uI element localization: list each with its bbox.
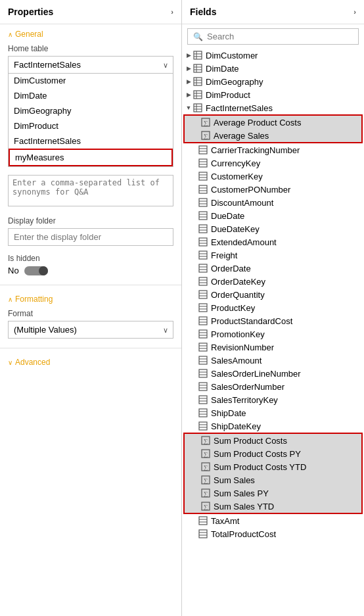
tree-item-dimcustomer[interactable]: ▶ DimCustomer xyxy=(182,49,364,62)
tree-item-sum-sales-ytd[interactable]: ∑ Sum Sales YTD xyxy=(185,500,361,513)
tree-item-sum-product-costs-ytd[interactable]: ∑ Sum Product Costs YTD xyxy=(185,460,361,473)
is-hidden-toggle[interactable] xyxy=(24,266,48,275)
label-sum-product-costs-py: Sum Product Costs PY xyxy=(214,449,301,459)
label-customerponu: CustomerPONumber xyxy=(211,185,290,195)
col-icon-revisionnumber xyxy=(198,342,208,352)
expand-icon-dimcustomer[interactable]: ▶ xyxy=(185,51,193,59)
general-label: General xyxy=(15,30,43,39)
svg-rect-33 xyxy=(199,185,207,193)
tree-item-carriertrackingnumber[interactable]: CarrierTrackingNumber xyxy=(182,143,364,156)
measure-icon-avg-product-costs: ∑ xyxy=(200,117,211,128)
tree-item-discountamount[interactable]: DiscountAmount xyxy=(182,196,364,209)
tree-item-freight[interactable]: Freight xyxy=(182,249,364,262)
label-orderdate: OrderDate xyxy=(211,264,251,273)
tree-item-totalproductcost[interactable]: TotalProductCost xyxy=(182,527,364,540)
fields-title: Fields xyxy=(190,7,216,17)
col-icon-totalproductcost xyxy=(198,529,208,539)
label-salesamount: SalesAmount xyxy=(211,356,262,366)
tree-item-shipdate[interactable]: ShipDate xyxy=(182,406,364,419)
general-chevron-icon: ∧ xyxy=(8,31,12,38)
tree-item-extendedamount[interactable]: ExtendedAmount xyxy=(182,235,364,249)
synonyms-input[interactable] xyxy=(8,175,173,206)
tree-item-taxamt[interactable]: TaxAmt xyxy=(182,514,364,527)
display-folder-input[interactable] xyxy=(8,228,173,246)
expand-icon-dimproduct[interactable]: ▶ xyxy=(185,91,193,99)
label-dimcustomer: DimCustomer xyxy=(206,51,258,60)
label-shipdate: ShipDate xyxy=(211,408,246,418)
dropdown-item-mymeasures[interactable]: myMeasures xyxy=(9,149,173,166)
tree-item-dimdate[interactable]: ▶ DimDate xyxy=(182,62,364,75)
advanced-section-header[interactable]: ∨ Advanced xyxy=(0,352,181,369)
tree-item-factinternetsales[interactable]: ▼ FactInternetSales xyxy=(182,101,364,114)
formatting-label: Formatting xyxy=(15,295,53,304)
format-select[interactable]: (Multiple Values) xyxy=(8,321,173,339)
svg-text:∑: ∑ xyxy=(204,477,208,484)
is-hidden-toggle-row: No xyxy=(8,266,173,275)
fields-search-box[interactable]: 🔍 xyxy=(187,28,359,45)
col-icon-currencykey xyxy=(198,158,208,168)
dropdown-item-dimproduct[interactable]: DimProduct xyxy=(9,118,173,133)
properties-expand-icon[interactable]: › xyxy=(171,8,173,16)
fields-search-input[interactable] xyxy=(207,32,353,41)
toggle-thumb xyxy=(39,266,48,275)
fields-expand-icon[interactable]: › xyxy=(353,8,356,16)
tree-item-orderdatekey[interactable]: OrderDateKey xyxy=(182,275,364,288)
is-hidden-value: No xyxy=(8,266,19,275)
tree-item-salesamount[interactable]: SalesAmount xyxy=(182,354,364,367)
label-dimgeography: DimGeography xyxy=(206,77,263,87)
tree-item-promotionkey[interactable]: PromotionKey xyxy=(182,327,364,341)
measure-icon-sum-sales-ytd: ∑ xyxy=(200,501,211,511)
tree-item-sum-sales[interactable]: ∑ Sum Sales xyxy=(185,473,361,486)
table-icon-dimcustomer xyxy=(193,50,203,60)
label-salesorderlinenumber: SalesOrderLineNumber xyxy=(211,369,301,379)
expand-icon-factinternetsales[interactable]: ▼ xyxy=(185,104,193,112)
col-icon-duedatekey xyxy=(198,224,208,234)
tree-item-dimproduct[interactable]: ▶ DimProduct xyxy=(182,88,364,101)
formatting-section-header[interactable]: ∧ Formatting xyxy=(0,289,181,306)
tree-item-orderdate[interactable]: OrderDate xyxy=(182,262,364,275)
tree-item-sum-product-costs-py[interactable]: ∑ Sum Product Costs PY xyxy=(185,447,361,460)
svg-rect-12 xyxy=(194,91,202,99)
home-table-select[interactable]: FactInternetSales xyxy=(8,56,173,74)
svg-text:∑: ∑ xyxy=(204,438,208,444)
tree-item-sum-product-costs[interactable]: ∑ Sum Product Costs xyxy=(185,434,361,447)
svg-rect-54 xyxy=(199,277,207,285)
general-section-header[interactable]: ∧ General xyxy=(0,24,181,41)
dropdown-item-dimdate[interactable]: DimDate xyxy=(9,88,173,103)
tree-item-currencykey[interactable]: CurrencyKey xyxy=(182,156,364,170)
col-icon-salesordernumber xyxy=(198,381,208,392)
tree-item-productkey[interactable]: ProductKey xyxy=(182,301,364,314)
tree-item-salesterritorykey[interactable]: SalesTerritoryKey xyxy=(182,393,364,406)
label-salesordernumber: SalesOrderNumber xyxy=(211,382,284,392)
label-duedate: DueDate xyxy=(211,211,244,221)
format-dropdown-wrapper: (Multiple Values) ∨ xyxy=(8,321,173,339)
tree-item-revisionnumber[interactable]: RevisionNumber xyxy=(182,341,364,354)
dropdown-item-dimcustomer[interactable]: DimCustomer xyxy=(9,73,173,88)
tree-item-duedate[interactable]: DueDate xyxy=(182,209,364,222)
svg-rect-66 xyxy=(199,330,207,338)
measure-icon-sum-sales: ∑ xyxy=(200,475,211,485)
home-table-dropdown-wrapper: FactInternetSales ∨ xyxy=(8,56,173,74)
dropdown-item-factinternetsales[interactable]: FactInternetSales xyxy=(9,133,173,149)
home-table-label: Home table xyxy=(8,44,173,53)
tree-item-dimgeography[interactable]: ▶ DimGeography xyxy=(182,75,364,88)
tree-item-customerponu[interactable]: CustomerPONumber xyxy=(182,183,364,196)
dropdown-item-dimgeography[interactable]: DimGeography xyxy=(9,103,173,118)
label-customerkey: CustomerKey xyxy=(211,172,263,181)
expand-icon-dimgeography[interactable]: ▶ xyxy=(185,78,193,85)
svg-rect-30 xyxy=(199,172,207,180)
tree-item-shipdatekey[interactable]: ShipDateKey xyxy=(182,419,364,433)
tree-item-avg-product-costs[interactable]: ∑ Average Product Costs xyxy=(185,116,361,129)
tree-item-sum-sales-py[interactable]: ∑ Sum Sales PY xyxy=(185,486,361,500)
tree-item-customerkey[interactable]: CustomerKey xyxy=(182,170,364,183)
col-icon-shipdate xyxy=(198,408,208,418)
tree-item-salesorderlinenumber[interactable]: SalesOrderLineNumber xyxy=(182,367,364,380)
expand-icon-dimdate[interactable]: ▶ xyxy=(185,64,193,72)
tree-item-productstandardcost[interactable]: ProductStandardCost xyxy=(182,314,364,327)
tree-item-salesordernumber[interactable]: SalesOrderNumber xyxy=(182,380,364,393)
tree-item-duedatekey[interactable]: DueDateKey xyxy=(182,222,364,235)
svg-rect-39 xyxy=(199,212,207,220)
label-revisionnumber: RevisionNumber xyxy=(211,343,274,352)
tree-item-orderquantity[interactable]: OrderQuantity xyxy=(182,288,364,301)
tree-item-avg-sales[interactable]: ∑ Average Sales xyxy=(185,129,361,142)
